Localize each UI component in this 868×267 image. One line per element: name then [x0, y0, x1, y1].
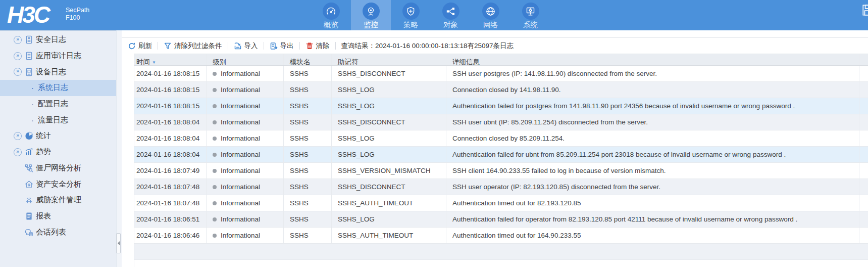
log-row[interactable]: 2024-01-16 18:08:04InformationalSSHSSSHS…	[134, 114, 868, 130]
toolbar-separator	[299, 42, 300, 50]
column-header-详细信息[interactable]: 详细信息	[446, 54, 859, 65]
sidebar-item-label: 威胁案件管理	[36, 195, 81, 205]
row-gutter	[859, 147, 868, 162]
sort-desc-icon[interactable]: ▼	[152, 55, 156, 65]
expand-circle-icon[interactable]: »	[14, 68, 22, 76]
row-gutter	[859, 163, 868, 179]
level-text: Informational	[221, 183, 260, 191]
sidebar-item-设备日志[interactable]: »设备日志	[0, 64, 116, 80]
nav-tab-监控[interactable]: 监控	[351, 0, 391, 30]
level-dot-icon	[213, 137, 217, 141]
toolbar-button-刷新[interactable]: 刷新	[128, 41, 152, 51]
gauge-icon	[323, 3, 340, 20]
log-row[interactable]: 2024-01-16 18:07:48InformationalSSHSSSHS…	[134, 195, 868, 211]
sidebar-item-报表[interactable]: »报表	[0, 208, 116, 225]
log-module: SSHS	[284, 179, 332, 195]
nav-tab-系统[interactable]: 系统	[510, 0, 550, 30]
log-time: 2024-01-16 18:06:46	[134, 228, 207, 243]
log-detail: Connection closed by 85.209.11.254.	[446, 130, 859, 146]
log-row[interactable]: 2024-01-16 18:08:04InformationalSSHSSSHS…	[134, 147, 868, 163]
log-time: 2024-01-16 18:07:49	[134, 163, 207, 179]
log-row[interactable]: 2024-01-16 18:06:51InformationalSSHSSSHS…	[134, 211, 868, 228]
session-list-icon	[24, 228, 34, 237]
log-row[interactable]: 2024-01-16 18:08:15InformationalSSHSSSHS…	[134, 98, 868, 114]
column-header-时间[interactable]: 时间▼	[134, 54, 207, 65]
save-configuration-icon[interactable]	[861, 4, 868, 17]
log-mnemonic: SSHS_LOG	[332, 130, 446, 146]
sidebar-item-安全日志[interactable]: »安全日志	[0, 32, 116, 48]
column-header-级别[interactable]: 级别	[207, 54, 284, 65]
column-header-模块名[interactable]: 模块名	[284, 54, 332, 65]
sidebar-item-统计[interactable]: »统计	[0, 128, 116, 144]
log-row-partial[interactable]	[134, 244, 868, 260]
sidebar-item-会话列表[interactable]: »会话列表	[0, 224, 116, 240]
sidebar-item-label: 会话列表	[36, 228, 66, 237]
expand-circle-icon[interactable]: »	[14, 148, 22, 156]
log-table: 时间▼级别模块名助记符详细信息 2024-01-16 18:08:15Infor…	[134, 54, 868, 267]
log-detail: SSH client 164.90.233.55 failed to log i…	[446, 163, 859, 179]
expand-circle-icon[interactable]: »	[14, 52, 22, 60]
column-header-助记符[interactable]: 助记符	[332, 54, 446, 65]
level-dot-icon	[213, 201, 217, 205]
sidebar-subitem-系统日志[interactable]: ·系统日志	[0, 80, 116, 96]
sidebar-item-趋势[interactable]: »趋势	[0, 144, 116, 160]
log-level: Informational	[207, 82, 284, 98]
sidebar-item-资产安全分析[interactable]: »资产安全分析	[0, 176, 116, 192]
nav-tab-概览[interactable]: 概览	[311, 0, 351, 30]
log-row[interactable]: 2024-01-16 18:07:49InformationalSSHSSSHS…	[134, 163, 868, 179]
toolbar-button-导入[interactable]: 导入	[234, 41, 258, 51]
log-mnemonic: SSHS_LOG	[332, 98, 446, 114]
log-row[interactable]: 2024-01-16 18:08:04InformationalSSHSSSHS…	[134, 130, 868, 147]
level-dot-icon	[213, 185, 217, 189]
row-gutter	[859, 228, 868, 243]
bullet-icon: ·	[31, 116, 34, 124]
log-row[interactable]: 2024-01-16 18:08:15InformationalSSHSSSHS…	[134, 66, 868, 82]
level-dot-icon	[213, 88, 217, 92]
toolbar-separator	[158, 42, 158, 50]
toolbar-button-清除[interactable]: 清除	[305, 41, 330, 51]
report-icon	[24, 211, 34, 221]
toolbar-button-导出[interactable]: 导出	[270, 41, 294, 51]
expand-circle-icon[interactable]: »	[14, 36, 22, 44]
export-icon	[270, 42, 278, 50]
nav-tab-label: 概览	[324, 20, 338, 30]
log-level: Informational	[207, 147, 284, 162]
row-gutter	[859, 82, 868, 98]
sidebar-subitem-label: 流量日志	[38, 115, 68, 125]
sidebar-item-威胁案件管理[interactable]: »威胁案件管理	[0, 192, 116, 208]
stats-pie-icon	[24, 131, 34, 141]
log-time: 2024-01-16 18:07:48	[134, 195, 207, 211]
log-mnemonic: SSHS_AUTH_TIMEOUT	[332, 195, 446, 211]
column-header-label: 助记符	[338, 58, 359, 65]
product-line2: F100	[66, 14, 89, 22]
column-header-label: 详细信息	[452, 58, 480, 65]
sidebar-item-僵尸网络分析[interactable]: »僵尸网络分析	[0, 160, 116, 176]
level-text: Informational	[221, 151, 260, 158]
log-detail: Connection closed by 141.98.11.90.	[446, 82, 859, 98]
sidebar-collapse-handle[interactable]	[116, 233, 121, 253]
nav-tab-对象[interactable]: 对象	[431, 0, 471, 30]
nav-tab-策略[interactable]: 策略	[391, 0, 431, 30]
log-detail: SSH user operator (IP: 82.193.120.85) di…	[446, 179, 859, 195]
log-module: SSHS	[284, 114, 332, 130]
top-header-bar: H3C SecPath F100 概览监控策略对象网络系统	[0, 0, 868, 30]
log-mnemonic: SSHS_DISCONNECT	[332, 114, 446, 130]
log-row[interactable]: 2024-01-16 18:07:48InformationalSSHSSSHS…	[134, 179, 868, 195]
sidebar-item-label: 资产安全分析	[36, 180, 81, 189]
log-level: Informational	[207, 163, 284, 179]
log-row[interactable]: 2024-01-16 18:08:15InformationalSSHSSSHS…	[134, 82, 868, 98]
log-toolbar: 刷新清除列过滤条件导入导出清除查询结果：2024-01-16 00:00:00-…	[122, 37, 868, 54]
log-row[interactable]: 2024-01-16 18:06:46InformationalSSHSSSHS…	[134, 228, 868, 244]
sidebar-subitem-流量日志[interactable]: ·流量日志	[0, 112, 116, 128]
log-detail: Authentication timed out for 82.193.120.…	[446, 195, 859, 211]
nav-tab-网络[interactable]: 网络	[471, 0, 510, 30]
expand-circle-icon[interactable]: »	[14, 132, 22, 140]
sidebar-item-应用审计日志[interactable]: »应用审计日志	[0, 48, 116, 64]
toolbar-button-清除列过滤条件[interactable]: 清除列过滤条件	[164, 41, 222, 51]
log-time: 2024-01-16 18:08:04	[134, 114, 207, 130]
log-level: Informational	[207, 66, 284, 81]
sidebar-subitem-配置日志[interactable]: ·配置日志	[0, 96, 116, 112]
level-dot-icon	[213, 217, 217, 221]
system-gear-icon	[522, 3, 539, 20]
log-module: SSHS	[284, 228, 332, 243]
